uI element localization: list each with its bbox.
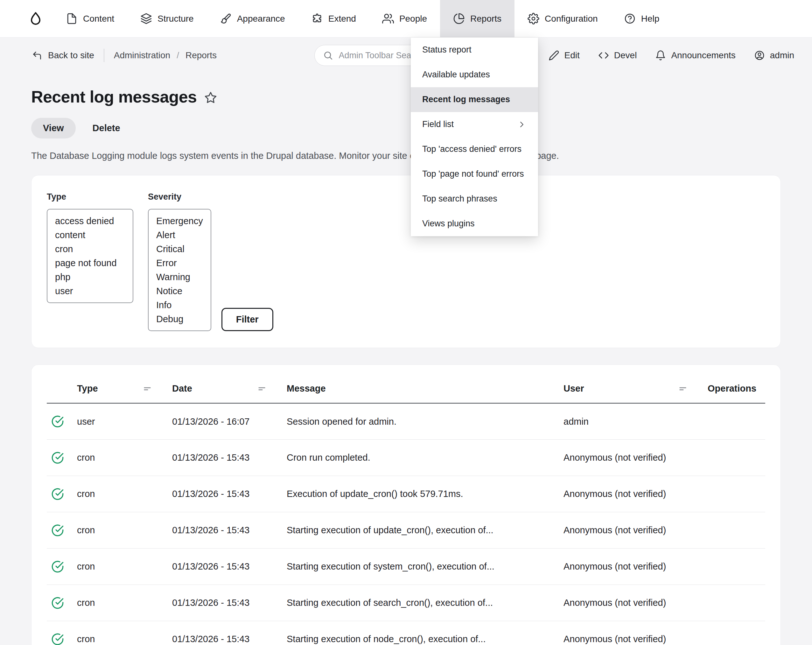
- user-circle-icon: [754, 50, 765, 61]
- log-type: cron: [77, 621, 172, 645]
- log-message[interactable]: Starting execution of node_cron(), execu…: [287, 621, 563, 645]
- admin-toolbar: Content Structure Appearance Extend Peop…: [0, 0, 812, 38]
- toolbar-item-appearance[interactable]: Appearance: [207, 0, 298, 37]
- severity-option[interactable]: Debug: [156, 312, 203, 326]
- admin-account-label: admin: [770, 50, 794, 61]
- devel-action[interactable]: Devel: [598, 50, 637, 61]
- help-icon: [624, 13, 636, 24]
- drupal-logo-icon[interactable]: [28, 0, 43, 37]
- toolbar-item-label: Appearance: [237, 14, 285, 24]
- severity-option[interactable]: Info: [156, 298, 203, 312]
- message-column-header: Message: [287, 376, 563, 404]
- puzzle-icon: [311, 13, 323, 24]
- tab-view[interactable]: View: [31, 118, 76, 139]
- log-type: user: [77, 404, 172, 440]
- divider: [104, 49, 104, 62]
- brush-icon: [220, 13, 232, 24]
- menu-item-top-access-denied[interactable]: Top 'access denied' errors: [411, 137, 538, 162]
- announcements-action[interactable]: Announcements: [655, 50, 735, 61]
- log-message[interactable]: Starting execution of update_cron(), exe…: [287, 512, 563, 549]
- type-option[interactable]: page not found: [55, 256, 125, 270]
- type-filter-listbox[interactable]: access denied content cron page not foun…: [47, 209, 133, 303]
- menu-item-available-updates[interactable]: Available updates: [411, 63, 538, 87]
- menu-item-field-list[interactable]: Field list: [411, 112, 538, 137]
- toolbar-item-extend[interactable]: Extend: [298, 0, 369, 37]
- log-message[interactable]: Starting execution of search_cron(), exe…: [287, 585, 563, 621]
- menu-item-status-report[interactable]: Status report: [411, 38, 538, 63]
- edit-action[interactable]: Edit: [548, 50, 580, 61]
- severity-option[interactable]: Critical: [156, 242, 203, 256]
- toolbar-item-configuration[interactable]: Configuration: [514, 0, 611, 37]
- menu-item-recent-log-messages[interactable]: Recent log messages: [411, 87, 538, 112]
- search-icon: [323, 50, 333, 61]
- check-circle-icon: [51, 451, 77, 464]
- severity-option[interactable]: Warning: [156, 270, 203, 284]
- breadcrumb-administration[interactable]: Administration: [114, 50, 170, 61]
- type-option[interactable]: cron: [55, 242, 125, 256]
- chevron-right-icon: [517, 120, 527, 129]
- log-message[interactable]: Session opened for admin.: [287, 404, 563, 440]
- table-row: cron 01/13/2026 - 15:43 Starting executi…: [47, 621, 765, 645]
- log-message[interactable]: Cron run completed.: [287, 440, 563, 476]
- date-column-header[interactable]: Date: [172, 376, 287, 404]
- bell-icon: [655, 50, 666, 61]
- log-message[interactable]: Execution of update_cron() took 579.71ms…: [287, 476, 563, 512]
- type-option[interactable]: php: [55, 270, 125, 284]
- log-user: Anonymous (not verified): [563, 440, 708, 476]
- quick-actions: Edit Devel Announcements admin: [548, 50, 794, 61]
- gear-icon: [528, 13, 539, 24]
- table-header-row: Type Date Message User: [47, 376, 765, 404]
- log-filter-form: Type access denied content cron page not…: [31, 175, 781, 348]
- type-filter-group: Type access denied content cron page not…: [47, 192, 133, 303]
- toolbar-item-help[interactable]: Help: [611, 0, 673, 37]
- edit-label: Edit: [565, 50, 580, 61]
- toolbar-item-structure[interactable]: Structure: [127, 0, 207, 37]
- severity-option[interactable]: Notice: [156, 284, 203, 298]
- log-type: cron: [77, 512, 172, 549]
- severity-option[interactable]: Alert: [156, 228, 203, 242]
- toolbar-item-people[interactable]: People: [369, 0, 440, 37]
- check-circle-icon: [51, 415, 77, 428]
- admin-account-action[interactable]: admin: [754, 50, 794, 61]
- back-to-site-link[interactable]: Back to site: [32, 50, 94, 61]
- table-row: cron 01/13/2026 - 15:43 Starting executi…: [47, 549, 765, 585]
- table-row: cron 01/13/2026 - 15:43 Starting executi…: [47, 585, 765, 621]
- table-row: user 01/13/2026 - 16:07 Session opened f…: [47, 404, 765, 440]
- log-type: cron: [77, 585, 172, 621]
- toolbar-item-content[interactable]: Content: [53, 0, 127, 37]
- filter-submit-button[interactable]: Filter: [221, 308, 273, 331]
- log-date: 01/13/2026 - 15:43: [172, 549, 287, 585]
- type-option[interactable]: user: [55, 284, 125, 298]
- menu-item-views-plugins[interactable]: Views plugins: [411, 211, 538, 236]
- log-type: cron: [77, 549, 172, 585]
- log-user: Anonymous (not verified): [563, 512, 708, 549]
- type-option[interactable]: content: [55, 228, 125, 242]
- type-option[interactable]: access denied: [55, 214, 125, 228]
- type-column-header[interactable]: Type: [77, 376, 172, 404]
- sort-icon: [257, 384, 266, 393]
- star-icon[interactable]: [204, 92, 217, 104]
- toolbar-item-label: Extend: [328, 14, 356, 24]
- toolbar-item-reports[interactable]: Reports: [440, 0, 514, 37]
- check-circle-icon: [51, 597, 77, 609]
- log-operations: [708, 585, 765, 621]
- log-user: Anonymous (not verified): [563, 621, 708, 645]
- menu-item-top-search-phrases[interactable]: Top search phrases: [411, 186, 538, 211]
- log-user: Anonymous (not verified): [563, 585, 708, 621]
- page-description: The Database Logging module logs system …: [31, 151, 667, 161]
- devel-label: Devel: [614, 50, 637, 61]
- user-column-header[interactable]: User: [563, 376, 708, 404]
- breadcrumb-reports[interactable]: Reports: [186, 50, 217, 61]
- toolbar-item-label: Help: [641, 14, 659, 24]
- tab-delete[interactable]: Delete: [81, 118, 132, 139]
- severity-option[interactable]: Error: [156, 256, 203, 270]
- log-operations: [708, 549, 765, 585]
- severity-filter-listbox[interactable]: Emergency Alert Critical Error Warning N…: [148, 209, 211, 331]
- pencil-icon: [548, 50, 559, 61]
- log-message[interactable]: Starting execution of system_cron(), exe…: [287, 549, 563, 585]
- type-filter-label: Type: [47, 192, 133, 202]
- severity-option[interactable]: Emergency: [156, 214, 203, 228]
- menu-item-top-page-not-found[interactable]: Top 'page not found' errors: [411, 162, 538, 186]
- sort-icon: [143, 384, 152, 393]
- log-operations: [708, 440, 765, 476]
